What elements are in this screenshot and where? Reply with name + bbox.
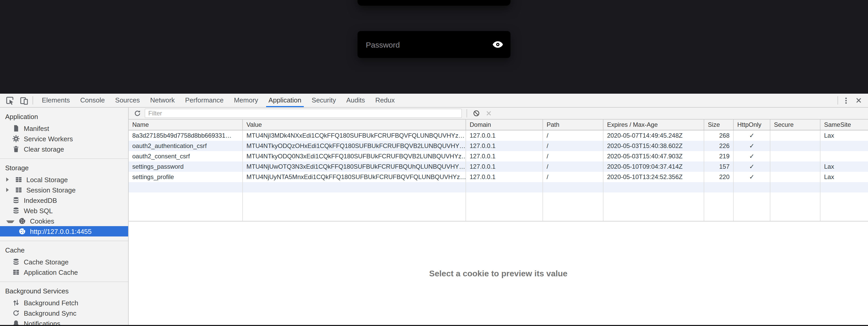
cell-samesite <box>820 182 868 192</box>
cell-size: 220 <box>704 172 734 182</box>
filter-input[interactable] <box>145 109 462 118</box>
tab-label: Memory <box>234 96 258 104</box>
device-toolbar-icon <box>20 96 28 105</box>
cell-httponly: ✓ <box>734 141 770 151</box>
cell-value: MTU4NTkyODQzOHxEdi1CQkFFQ180SUFBUkFCRUFB… <box>243 141 466 151</box>
sidebar-item-label: Cache Storage <box>24 258 68 266</box>
cell-samesite: Lax <box>820 161 868 172</box>
column-header[interactable]: Path <box>543 119 603 130</box>
cell-expires <box>603 182 704 192</box>
preview-message: Select a cookie to preview its value <box>429 269 567 278</box>
column-header[interactable]: HttpOnly <box>734 119 770 130</box>
tab-elements[interactable]: Elements <box>37 94 75 107</box>
cell-value: MTU4NjUwOTQ3N3xEdi1CQkFFQ180SUFBUkFCRUFB… <box>243 161 466 172</box>
sidebar-item-http-127-0-0-1-4455[interactable]: http://127.0.0.1:4455 <box>0 226 128 237</box>
sidebar-item-session-storage[interactable]: Session Storage <box>0 185 128 195</box>
cell-samesite: Lax <box>820 130 868 141</box>
inspect-element-button[interactable] <box>3 95 17 106</box>
cell-httponly <box>734 182 770 192</box>
cookie-row[interactable]: 8a3d27185b49d7758d8bb669331…MTU4NjI3MDk4… <box>129 130 868 141</box>
sidebar-item-manifest[interactable]: Manifest <box>0 123 128 134</box>
cell-name <box>129 182 243 192</box>
column-header[interactable]: Name <box>129 119 243 130</box>
tab-performance[interactable]: Performance <box>180 94 229 107</box>
devtools-panel: ElementsConsoleSourcesNetworkPerformance… <box>0 94 868 326</box>
tree-arrow-icon[interactable] <box>6 220 14 223</box>
tab-console[interactable]: Console <box>75 94 110 107</box>
tab-label: Audits <box>346 96 365 104</box>
cookie-icon <box>19 217 26 224</box>
column-header[interactable]: Expires / Max-Age <box>603 119 704 130</box>
column-header[interactable]: Size <box>704 119 734 130</box>
sidebar-item-local-storage[interactable]: Local Storage <box>0 174 128 185</box>
username-input-cutoff[interactable] <box>358 0 510 6</box>
updown-arrows-icon <box>12 299 20 306</box>
sidebar-item-label: IndexedDB <box>24 196 57 204</box>
cell-name: settings_profile <box>129 172 243 182</box>
delete-selected-cookie-button[interactable] <box>484 109 493 118</box>
tab-application[interactable]: Application <box>263 94 306 107</box>
clear-icon <box>473 110 480 117</box>
cell-size: 226 <box>704 141 734 151</box>
cell-secure <box>770 192 820 221</box>
tab-redux[interactable]: Redux <box>370 94 400 107</box>
device-toolbar-button[interactable] <box>17 95 31 106</box>
devtools-close-button[interactable] <box>852 96 865 105</box>
cookie-table-body: 8a3d27185b49d7758d8bb669331…MTU4NjI3MDk4… <box>129 130 868 221</box>
devtools-menu-button[interactable] <box>840 96 852 105</box>
cell-secure <box>770 161 820 172</box>
kebab-menu-icon <box>842 97 850 104</box>
cell-name: oauth2_consent_csrf <box>129 151 243 161</box>
column-header[interactable]: Secure <box>770 119 820 130</box>
cell-domain: 127.0.0.1 <box>466 141 543 151</box>
sidebar-item-web-sql[interactable]: Web SQL <box>0 206 128 216</box>
cell-name: settings_password <box>129 161 243 172</box>
column-header[interactable]: Domain <box>466 119 543 130</box>
cell-name: 8a3d27185b49d7758d8bb669331… <box>129 130 243 141</box>
empty-row[interactable] <box>129 182 868 192</box>
password-visibility-toggle[interactable] <box>490 41 510 48</box>
cell-secure <box>770 130 820 141</box>
table-filler[interactable] <box>129 192 868 221</box>
sidebar-item-background-fetch[interactable]: Background Fetch <box>0 298 128 308</box>
sidebar-item-application-cache[interactable]: Application Cache <box>0 267 128 277</box>
cookie-row[interactable]: oauth2_authentication_csrfMTU4NTkyODQzOH… <box>129 141 868 151</box>
tab-sources[interactable]: Sources <box>110 94 145 107</box>
cell-samesite: Lax <box>820 172 868 182</box>
sidebar-item-background-sync[interactable]: Background Sync <box>0 308 128 318</box>
tab-memory[interactable]: Memory <box>228 94 263 107</box>
application-sidebar: ApplicationManifestService WorkersClear … <box>0 108 129 326</box>
cell-size: 268 <box>704 130 734 141</box>
clear-all-cookies-button[interactable] <box>472 109 481 118</box>
tab-audits[interactable]: Audits <box>341 94 370 107</box>
password-input[interactable] <box>358 31 490 58</box>
cell-path <box>543 182 603 192</box>
cell-path <box>543 192 603 221</box>
cookie-row[interactable]: settings_passwordMTU4NjUwOTQ3N3xEdi1CQkF… <box>129 161 868 172</box>
cookies-toolbar <box>129 108 868 119</box>
tab-network[interactable]: Network <box>145 94 180 107</box>
sync-icon <box>12 309 20 317</box>
sidebar-item-cookies[interactable]: Cookies <box>0 216 128 226</box>
cookie-row[interactable]: settings_profileMTU4NjUyNTA5MnxEdi1CQkFF… <box>129 172 868 182</box>
cell-samesite <box>820 141 868 151</box>
sidebar-item-service-workers[interactable]: Service Workers <box>0 134 128 144</box>
cell-path: / <box>543 161 603 172</box>
column-header[interactable]: SameSite <box>820 119 868 130</box>
sidebar-item-clear-storage[interactable]: Clear storage <box>0 144 128 154</box>
cell-value <box>243 192 466 221</box>
cookie-row[interactable]: oauth2_consent_csrfMTU4NTkyODQ0N3xEdi1CQ… <box>129 151 868 161</box>
tab-security[interactable]: Security <box>307 94 341 107</box>
tree-arrow-icon[interactable] <box>6 178 11 182</box>
sidebar-item-indexeddb[interactable]: IndexedDB <box>0 195 128 206</box>
sidebar-item-label: Manifest <box>24 125 49 132</box>
sidebar-item-cache-storage[interactable]: Cache Storage <box>0 257 128 267</box>
cookie-preview-pane: Select a cookie to preview its value <box>129 221 868 326</box>
column-header[interactable]: Value <box>243 119 466 130</box>
cell-expires <box>603 192 704 221</box>
tab-label: Console <box>80 96 104 104</box>
devtools-tab-strip: ElementsConsoleSourcesNetworkPerformance… <box>37 94 400 107</box>
divider <box>838 96 838 105</box>
tree-arrow-icon[interactable] <box>6 188 11 192</box>
refresh-button[interactable] <box>133 109 142 118</box>
